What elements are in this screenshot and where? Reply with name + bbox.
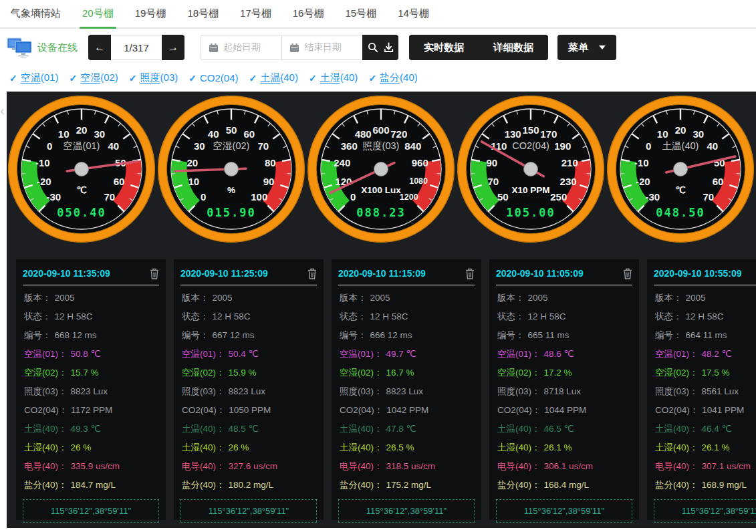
row-value: 26.1 % <box>702 442 730 452</box>
filter-text: 空湿(02) <box>80 72 118 84</box>
trash-icon <box>307 268 317 279</box>
svg-text:CO2(04): CO2(04) <box>512 140 549 151</box>
svg-text:-30: -30 <box>46 191 61 203</box>
delete-record-button[interactable] <box>465 268 475 279</box>
menu-button[interactable]: 菜单 <box>557 35 616 60</box>
row-value: 15.7 % <box>71 368 99 378</box>
gps-coordinates: 115°36'12",38°59'11" <box>654 499 756 523</box>
svg-text:%: % <box>227 185 235 195</box>
row-value: 1042 PPM <box>386 405 428 415</box>
carousel-prev-icon[interactable]: ‹ <box>0 104 7 117</box>
svg-text:X100 Lux: X100 Lux <box>361 185 401 195</box>
row-label: 编号： <box>24 330 51 340</box>
svg-text:0: 0 <box>47 140 52 152</box>
tab-0[interactable]: 气象墒情站 <box>0 0 72 27</box>
svg-text:360: 360 <box>341 140 358 152</box>
row-value: 318.5 us/cm <box>386 461 436 471</box>
row-value: 666 12 ms <box>370 330 412 340</box>
row-label: CO2(04)： <box>24 405 68 415</box>
start-date-input[interactable]: 起始日期 <box>201 35 281 59</box>
row-value: 335.9 us/cm <box>71 461 120 471</box>
svg-text:1200: 1200 <box>400 192 418 202</box>
checkmark-icon: ✓ <box>9 73 17 84</box>
tab-5[interactable]: 16号棚 <box>282 0 335 27</box>
svg-text:1080: 1080 <box>409 176 428 186</box>
card-row: 状态：12 H 58C <box>655 312 756 321</box>
filter-code: (02) <box>100 72 118 83</box>
row-label: CO2(04)： <box>655 405 699 415</box>
card-row: 电导(40)：318.5 us/cm <box>340 462 473 471</box>
row-label: 状态： <box>182 311 209 321</box>
card-row: 照度(03)：8823 Lux <box>24 387 158 396</box>
card-row: 空温(01)：48.6 ℃ <box>497 350 631 359</box>
pager: ← 1/317 → <box>88 35 184 60</box>
row-label: 空温(01)： <box>497 349 541 359</box>
tab-4[interactable]: 17号棚 <box>229 0 282 27</box>
row-value: 2005 <box>686 293 706 303</box>
row-value: 12 H 58C <box>370 311 408 321</box>
row-value: 48.6 ℃ <box>544 349 574 359</box>
card-timestamp: 2020-09-10 10:55:09 <box>654 268 742 279</box>
row-label: 编号： <box>182 330 209 340</box>
filter-item-3[interactable]: ✓CO2(04) <box>188 72 238 84</box>
calendar-icon <box>209 43 218 52</box>
tab-3[interactable]: 18号棚 <box>176 0 229 27</box>
cards-row: 2020-09-10 11:35:09版本：2005状态：12 H 58C编号：… <box>7 243 756 520</box>
filter-item-2[interactable]: ✓照度(03) <box>129 72 178 84</box>
svg-text:840: 840 <box>404 140 421 152</box>
row-label: 空湿(02)： <box>340 368 383 378</box>
tab-2[interactable]: 19号棚 <box>124 0 177 27</box>
svg-text:照度(03): 照度(03) <box>363 140 400 151</box>
card-row: 空温(01)：49.7 ℃ <box>340 350 473 359</box>
filter-item-6[interactable]: ✓盐分(40) <box>368 72 417 84</box>
svg-text:100: 100 <box>251 191 267 203</box>
card-row: 土温(40)：46.4 ℃ <box>655 424 756 434</box>
detail-data-button[interactable]: 详细数据 <box>479 41 548 54</box>
next-page-button[interactable]: → <box>162 35 184 60</box>
svg-text:土温(40): 土温(40) <box>662 140 699 151</box>
end-date-input[interactable]: 结束日期 <box>281 35 362 59</box>
filter-item-5[interactable]: ✓土湿(40) <box>309 72 358 84</box>
filter-item-4[interactable]: ✓土温(40) <box>249 72 298 84</box>
record-card-0: 2020-09-10 11:35:09版本：2005状态：12 H 58C编号：… <box>16 259 166 520</box>
svg-text:20: 20 <box>76 124 88 136</box>
filter-item-1[interactable]: ✓空湿(02) <box>69 72 118 84</box>
row-label: 版本： <box>24 293 51 303</box>
svg-text:50: 50 <box>226 124 237 136</box>
row-label: 版本： <box>182 293 209 303</box>
row-label: 版本： <box>655 293 682 303</box>
trash-icon <box>623 268 632 279</box>
row-label: 空湿(02)： <box>497 368 541 378</box>
tab-7[interactable]: 14号棚 <box>387 0 440 27</box>
card-timestamp: 2020-09-10 11:35:09 <box>23 268 110 279</box>
download-icon[interactable] <box>384 42 394 53</box>
card-row: 空湿(02)：15.9 % <box>182 368 316 378</box>
svg-text:空湿(02): 空湿(02) <box>213 140 250 151</box>
card-row: 编号：665 11 ms <box>497 331 631 340</box>
delete-record-button[interactable] <box>623 268 632 279</box>
chevron-down-icon <box>599 45 606 49</box>
prev-page-button[interactable]: ← <box>88 35 111 60</box>
svg-text:30: 30 <box>194 140 205 152</box>
menu-button-label: 菜单 <box>568 41 588 54</box>
search-icon[interactable] <box>368 42 378 53</box>
svg-text:10: 10 <box>188 176 200 187</box>
row-value: 8823 Lux <box>386 386 424 396</box>
tab-6[interactable]: 15号棚 <box>334 0 387 27</box>
checkmark-icon: ✓ <box>188 73 197 84</box>
delete-record-button[interactable] <box>150 268 159 279</box>
gauge-1: 0102030405060708090100空湿(02)%015.90 <box>158 96 305 243</box>
svg-text:240: 240 <box>334 157 350 168</box>
tab-1-active[interactable]: 20号棚 <box>72 0 124 27</box>
filter-item-0[interactable]: ✓空温(01) <box>9 72 58 84</box>
card-row: 土温(40)：47.8 ℃ <box>340 424 473 434</box>
row-label: CO2(04)： <box>182 405 225 415</box>
delete-record-button[interactable] <box>307 268 317 279</box>
realtime-data-button[interactable]: 实时数据 <box>409 41 479 54</box>
svg-text:40: 40 <box>208 128 219 140</box>
card-timestamp: 2020-09-10 11:15:09 <box>338 268 426 279</box>
row-label: 盐分(40)： <box>340 480 383 490</box>
gauge-0: -30-20-10010203040506070空温(01)℃050.40 <box>8 96 155 243</box>
svg-text:10: 10 <box>657 128 668 140</box>
filter-code: (40) <box>340 72 358 83</box>
